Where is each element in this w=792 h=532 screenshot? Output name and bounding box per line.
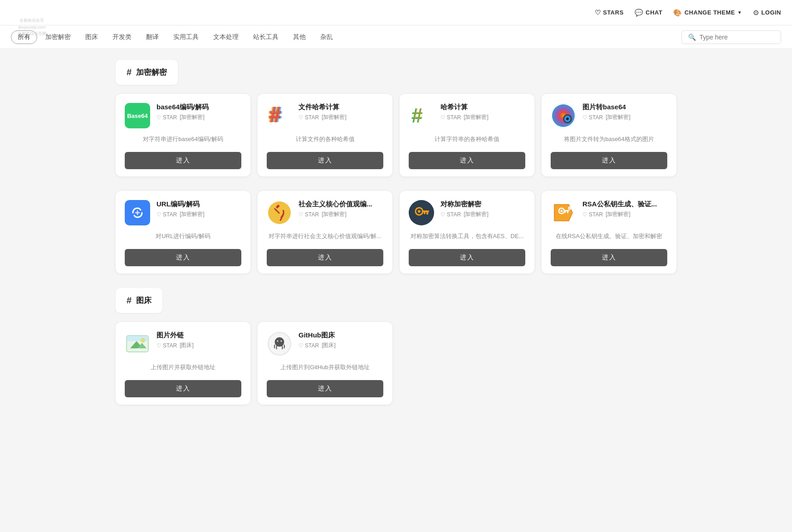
img-link-meta: ♡ STAR [图床] (156, 342, 241, 349)
tab-other[interactable]: 其他 (287, 31, 312, 44)
imghosting-section-title: 图床 (136, 295, 152, 306)
search-box[interactable]: 🔍 (681, 30, 781, 44)
login-nav-item[interactable]: ⊙ LOGIN (753, 9, 781, 17)
tab-tools[interactable]: 实用工具 (167, 31, 205, 44)
stars-label: STARS (603, 9, 624, 16)
hash-info: 哈希计算 ♡ STAR [加密解密] (440, 103, 525, 121)
base64-info: base64编码/解码 ♡ STAR [加密解密] (156, 103, 241, 121)
chat-label: CHAT (645, 9, 662, 16)
star-label: STAR (163, 114, 177, 121)
sym-crypto-star-btn[interactable]: ♡ STAR (440, 211, 461, 218)
category-nav: 所有 加密解密 图床 开发类 翻译 实用工具 文本处理 站长工具 其他 杂乱 🔍 (0, 25, 792, 49)
encrypt-cards-row2: URL编码/解码 ♡ STAR [加密解密] 对URL进行编码/解码 进入 (116, 191, 676, 273)
tool-card-rsa: RSA公私钥生成、验证... ♡ STAR [加密解密] 在线RSA公私钥生成、… (542, 191, 676, 273)
base64-enter-btn[interactable]: 进入 (125, 152, 241, 169)
socialist-icon (267, 200, 292, 225)
tool-card-socialist: 社会主义核心价值观编... ♡ STAR [加密解密] 对字符串进行社会主义核心… (258, 191, 392, 273)
card-header-hash: # # 哈希计算 ♡ STAR [加密解密] (409, 103, 525, 128)
img-base64-star-btn[interactable]: ♡ STAR (582, 114, 603, 121)
star-label: STAR (447, 114, 461, 121)
tab-imghosting[interactable]: 图床 (79, 31, 104, 44)
socialist-tag: [加密解密] (322, 210, 347, 218)
tab-misc[interactable]: 杂乱 (314, 31, 339, 44)
img-link-enter-btn[interactable]: 进入 (125, 380, 241, 397)
socialist-title: 社会主义核心价值观编... (298, 200, 383, 209)
heart-icon: ♡ (156, 211, 161, 218)
sym-crypto-title: 对称加密解密 (440, 200, 525, 209)
sym-crypto-meta: ♡ STAR [加密解密] (440, 210, 525, 218)
star-label: STAR (589, 211, 603, 218)
card-header-file-hash: # # # # 文件哈希计算 ♡ STAR [加密解密] (267, 103, 383, 128)
img-link-star-btn[interactable]: ♡ STAR (156, 342, 177, 349)
socialist-star-btn[interactable]: ♡ STAR (298, 211, 319, 218)
svg-point-21 (561, 210, 563, 212)
svg-rect-18 (424, 212, 425, 214)
star-label: STAR (447, 211, 461, 218)
url-desc: 对URL进行编码/解码 (125, 229, 241, 244)
file-hash-icon: # # # # (267, 103, 292, 128)
stars-nav-item[interactable]: ♡ STARS (595, 9, 624, 17)
card-header-base64: Base64 base64编码/解码 ♡ STAR [加密解密] (125, 103, 241, 128)
img-base64-enter-btn[interactable]: 进入 (551, 152, 667, 169)
url-enter-btn[interactable]: 进入 (125, 249, 241, 266)
img-link-icon (125, 331, 150, 356)
img-base64-meta: ♡ STAR [加密解密] (582, 113, 667, 121)
svg-point-9 (566, 117, 569, 120)
rsa-enter-btn[interactable]: 进入 (551, 249, 667, 266)
socialist-enter-btn[interactable]: 进入 (267, 249, 383, 266)
file-hash-enter-btn[interactable]: 进入 (267, 152, 383, 169)
heart-icon: ♡ (440, 211, 445, 218)
url-star-btn[interactable]: ♡ STAR (156, 211, 177, 218)
heart-icon: ♡ (298, 114, 303, 121)
hash-desc: 计算字符串的各种哈希值 (409, 132, 525, 146)
img-base64-icon (551, 103, 576, 128)
star-label: STAR (305, 211, 319, 218)
img-base64-info: 图片转base64 ♡ STAR [加密解密] (582, 103, 667, 121)
heart-icon: ♡ (595, 9, 601, 17)
base64-icon: Base64 (125, 103, 150, 128)
hash-star-btn[interactable]: ♡ STAR (440, 114, 461, 121)
search-input[interactable] (699, 34, 774, 41)
heart-icon: ♡ (298, 342, 303, 349)
github-enter-btn[interactable]: 进入 (267, 380, 383, 397)
sym-crypto-info: 对称加密解密 ♡ STAR [加密解密] (440, 200, 525, 218)
svg-text:#: # (270, 105, 280, 125)
tab-translate[interactable]: 翻译 (140, 31, 165, 44)
chat-nav-item[interactable]: 💬 CHAT (635, 9, 663, 17)
svg-point-6 (552, 104, 575, 127)
url-tag: [加密解密] (180, 210, 205, 218)
github-star-btn[interactable]: ♡ STAR (298, 342, 319, 349)
svg-point-34 (276, 338, 283, 346)
svg-point-36 (281, 341, 282, 342)
tab-webmaster[interactable]: 站长工具 (247, 31, 285, 44)
url-icon (125, 200, 150, 225)
encrypt-cards-row1: Base64 base64编码/解码 ♡ STAR [加密解密] 对字符串进行b… (116, 94, 676, 176)
img-base64-title: 图片转base64 (582, 103, 667, 112)
github-icon (267, 331, 292, 356)
file-hash-star-btn[interactable]: ♡ STAR (298, 114, 319, 121)
card-header-github: GitHub图床 ♡ STAR [图床] (267, 331, 383, 356)
heart-icon: ♡ (440, 114, 445, 121)
change-theme-nav-item[interactable]: 🎨 CHANGE THEME ▼ (673, 9, 742, 17)
rsa-tag: [加密解密] (606, 210, 631, 218)
tool-card-hash: # # 哈希计算 ♡ STAR [加密解密] 计算字符串的各种哈希值 (400, 94, 534, 176)
card-header-sym-crypto: 对称加密解密 ♡ STAR [加密解密] (409, 200, 525, 225)
hash-enter-btn[interactable]: 进入 (409, 152, 525, 169)
url-title: URL编码/解码 (156, 200, 241, 209)
tab-encrypt[interactable]: 加密解密 (39, 31, 77, 44)
img-base64-tag: [加密解密] (606, 113, 631, 121)
hash-tag: [加密解密] (464, 113, 489, 121)
tab-dev[interactable]: 开发类 (106, 31, 138, 44)
rsa-title: RSA公私钥生成、验证... (582, 200, 667, 209)
tab-text[interactable]: 文本处理 (207, 31, 245, 44)
imghosting-cards: 图片外链 ♡ STAR [图床] 上传图片并获取外链地址 进入 (116, 322, 676, 405)
sym-crypto-enter-btn[interactable]: 进入 (409, 249, 525, 266)
sym-crypto-icon (409, 200, 434, 225)
tab-all[interactable]: 所有 (11, 30, 37, 44)
main-content: # 加密解密 Base64 base64编码/解码 ♡ STAR [加密解密] (101, 49, 691, 415)
rsa-star-btn[interactable]: ♡ STAR (582, 211, 603, 218)
base64-star-btn[interactable]: ♡ STAR (156, 114, 177, 121)
tool-card-img-link: 图片外链 ♡ STAR [图床] 上传图片并获取外链地址 进入 (116, 322, 250, 405)
category-tabs: 所有 加密解密 图床 开发类 翻译 实用工具 文本处理 站长工具 其他 杂乱 (11, 30, 339, 44)
header: 全都有综合导douyouvip.com全都有综合导网 ♡ STARS 💬 CHA… (0, 0, 792, 25)
